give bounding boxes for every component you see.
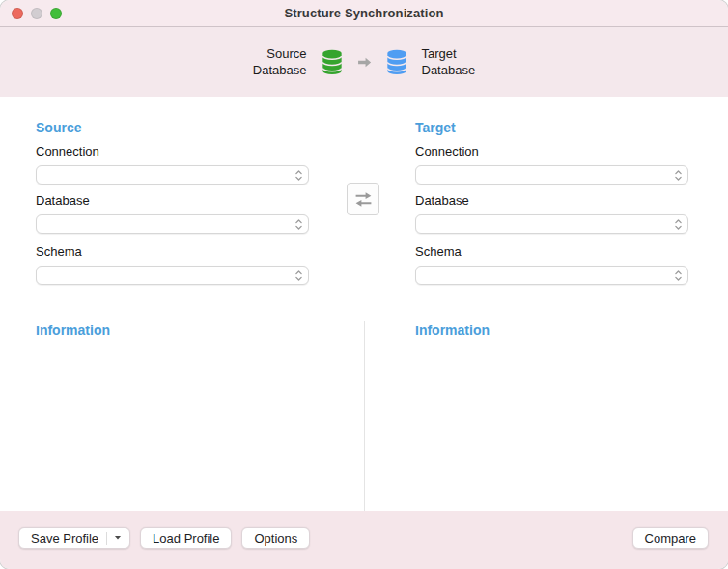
target-information-heading: Information [415,323,490,338]
compare-button[interactable]: Compare [632,527,709,549]
save-profile-label: Save Profile [31,531,98,546]
target-database-caption: Target Database [422,45,476,78]
source-connection-label: Connection [36,144,99,159]
target-connection-label: Connection [415,144,479,159]
source-panel: Source Connection Database Schema [36,97,309,511]
source-caption-line1: Source [253,45,307,62]
target-database-label: Database [415,193,469,209]
source-database-label: Database [36,193,90,209]
source-schema-select[interactable] [36,266,309,285]
target-caption-line2: Database [422,62,476,78]
source-database-icon [321,48,344,76]
target-caption-line1: Target [422,45,476,62]
source-database-select[interactable] [36,214,309,234]
sync-direction-banner: Source Database Target Database [0,27,728,97]
window-title: Structure Synchronization [284,6,443,20]
load-profile-button[interactable]: Load Profile [140,527,232,549]
chevron-up-down-icon [673,168,684,183]
source-caption-line2: Database [253,62,307,78]
source-database-caption: Source Database [253,45,307,78]
titlebar: Structure Synchronization [0,0,728,27]
footer-left-buttons: Save Profile Load Profile Options [18,527,310,549]
save-profile-button[interactable]: Save Profile [18,527,130,549]
arrow-right-icon [357,56,372,69]
target-database-icon [385,48,408,76]
target-connection-select[interactable] [415,165,688,185]
chevron-up-down-icon [294,269,304,283]
chevron-up-down-icon [673,217,684,232]
footer-bar: Save Profile Load Profile Options Compar… [0,511,728,569]
chevron-up-down-icon [294,168,304,183]
target-schema-label: Schema [415,244,462,260]
target-panel: Target Connection Database Schema [415,97,688,511]
save-profile-dropdown-toggle[interactable] [114,535,122,541]
swap-arrows-icon [354,192,373,207]
options-button[interactable]: Options [241,527,310,549]
split-button-divider [106,532,107,545]
minimize-button[interactable] [31,8,42,19]
source-schema-label: Schema [36,244,82,260]
swap-source-target-button[interactable] [347,183,379,215]
traffic-lights [12,0,62,27]
panel-divider [364,321,365,511]
chevron-up-down-icon [673,269,684,283]
source-information-heading: Information [36,323,110,338]
target-heading: Target [415,120,456,135]
chevron-up-down-icon [294,217,304,232]
source-heading: Source [36,120,81,135]
source-connection-select[interactable] [36,165,309,185]
structure-synchronization-window: Structure Synchronization Source Databas… [0,0,728,569]
caret-down-icon [114,535,122,541]
target-schema-select[interactable] [415,266,688,285]
target-database-select[interactable] [415,214,688,234]
close-button[interactable] [12,8,23,19]
zoom-button[interactable] [50,8,62,19]
main-content: Source Connection Database Schema [0,97,728,511]
